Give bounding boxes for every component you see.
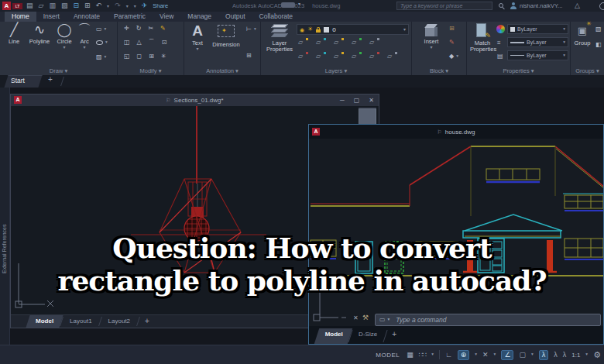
ribbon-display-toggle-button[interactable] <box>281 2 295 8</box>
maximize-icon[interactable]: ▢ <box>354 98 360 104</box>
plot-icon[interactable]: ⊟ <box>73 2 79 9</box>
scrollbar-thumb[interactable] <box>359 108 376 125</box>
layer-tool-icon[interactable]: ▱ <box>369 53 379 60</box>
undo-icon[interactable]: ↶ <box>96 2 102 9</box>
start-tab-label[interactable]: Start <box>11 77 25 84</box>
object-color-dropdown[interactable]: ByLayer ▾ <box>507 24 568 34</box>
mirror-icon[interactable]: △ <box>137 39 142 46</box>
block-attribute-icon[interactable]: ◆ <box>449 53 454 60</box>
color-wheel-icon[interactable] <box>496 25 505 33</box>
house-drawing-canvas[interactable]: Y <box>309 139 603 325</box>
command-close-icon[interactable]: ✕ <box>353 315 359 321</box>
explode-icon[interactable]: ✳ <box>161 53 166 60</box>
sections-tab-layout1[interactable]: Layout1 <box>62 315 99 328</box>
undo-dropdown-icon[interactable]: ▾ <box>107 4 109 9</box>
open-file-icon[interactable]: ▱ <box>39 2 44 9</box>
layer-tool-icon[interactable]: ▱ <box>334 39 344 46</box>
layer-tool-icon[interactable]: ▱ <box>369 39 379 46</box>
search-icon[interactable] <box>499 3 503 8</box>
save-as-icon[interactable]: ▨ <box>61 2 68 9</box>
autodesk-account-icon[interactable]: △ <box>575 0 580 12</box>
sections-tab-model[interactable]: Model <box>26 315 63 328</box>
arc-dropdown-icon[interactable]: ▾ <box>76 45 93 50</box>
annotation-visibility-icon[interactable]: λ <box>539 350 549 360</box>
house-window-titlebar[interactable]: A ⚐ house.dwg <box>309 125 603 139</box>
annotation-scale-icon[interactable]: λ <box>563 352 567 359</box>
snap-dropdown-icon[interactable]: ▾ <box>431 352 434 357</box>
text-button[interactable]: A Text ▾ <box>189 23 206 51</box>
polyline-button[interactable]: ∿ Polyline <box>26 23 53 45</box>
command-customize-icon[interactable]: ⚒ <box>362 314 369 321</box>
block-panel-label[interactable]: Block ▾ <box>412 67 466 74</box>
layer-tool-icon[interactable]: ▱ <box>334 53 344 60</box>
close-icon[interactable]: ✕ <box>369 98 374 104</box>
lineweight-icon[interactable]: ≡ <box>497 40 501 46</box>
user-avatar-icon[interactable] <box>510 2 516 9</box>
insert-dropdown-icon[interactable]: ▾ <box>420 45 443 50</box>
scale-dropdown-icon[interactable]: ▾ <box>585 352 588 357</box>
save-icon[interactable]: ▥ <box>49 2 56 9</box>
search-input[interactable]: Type a keyword or phrase <box>396 2 492 10</box>
sections-tab-layout2[interactable]: Layout2 <box>101 315 138 328</box>
new-file-icon[interactable]: ▤ <box>26 2 33 9</box>
text-dropdown-icon[interactable]: ▾ <box>189 46 206 51</box>
layers-panel-label[interactable]: Layers ▾ <box>261 67 411 74</box>
group-button[interactable]: ▣ ✳ Group <box>572 23 592 46</box>
rotate-icon[interactable]: ↻ <box>136 26 142 32</box>
layer-dropdown[interactable]: ◉ ☀ 0 ▾ <box>297 24 409 35</box>
object-snap-tracking-icon[interactable]: ∠ <box>501 350 513 360</box>
isometric-drafting-icon[interactable]: ✕ <box>482 352 489 359</box>
external-references-palette-tab[interactable]: External References <box>2 157 9 273</box>
layer-tool-icon[interactable]: ▱ <box>316 39 326 46</box>
house-tab-dsize[interactable]: D-Size <box>351 328 385 344</box>
polar-tracking-icon[interactable]: ⊕ <box>458 350 470 360</box>
model-space-button[interactable]: MODEL <box>376 352 400 359</box>
palette-strip[interactable]: External References <box>0 88 10 346</box>
ellipse-button[interactable]: ▾ <box>96 40 108 45</box>
transparency-icon[interactable]: ▤ <box>497 53 503 60</box>
offset-icon[interactable]: ⊡ <box>162 39 167 46</box>
stretch-icon[interactable]: ◱ <box>124 53 130 60</box>
command-recent-icon[interactable]: ▭ <box>379 317 386 323</box>
circle-dropdown-icon[interactable]: ▾ <box>54 45 74 50</box>
ungroup-icon[interactable]: ▧ <box>595 26 602 33</box>
leader-icon[interactable]: ⊢ <box>246 26 252 33</box>
isometric-dropdown-icon[interactable]: ▾ <box>494 352 496 357</box>
qat-customize-icon[interactable]: ▾ <box>134 4 136 9</box>
dimension-button[interactable]: ✦ Dimension <box>209 23 243 48</box>
tab-view[interactable]: View <box>153 12 180 22</box>
layer-tool-icon[interactable]: ▱ <box>352 53 362 60</box>
annotation-panel-label[interactable]: Annotation ▾ <box>184 67 260 74</box>
new-drawing-tab-button[interactable]: + <box>48 76 53 84</box>
array-icon[interactable]: ⊞ <box>149 53 154 60</box>
snap-mode-icon[interactable]: ∷∷ <box>419 352 426 359</box>
layer-properties-button[interactable]: Layer Properties <box>266 23 293 53</box>
linetype-dropdown[interactable]: ByLayer ▾ <box>507 50 568 60</box>
tab-insert[interactable]: Insert <box>36 12 67 22</box>
line-button[interactable]: ╱ Line <box>3 23 25 45</box>
draw-panel-label[interactable]: Draw ▾ <box>0 67 117 74</box>
trim-icon[interactable]: ✂ <box>148 26 153 32</box>
properties-panel-label[interactable]: Properties ▾ <box>467 67 570 74</box>
match-properties-button[interactable]: ✎ Match Properties <box>470 23 495 53</box>
fillet-icon[interactable]: ⌒ <box>149 39 155 46</box>
sections-window-titlebar[interactable]: A ⚐ Sections_01.dwg* ─ ▢ ✕ <box>11 94 379 106</box>
share-label[interactable]: Share <box>153 2 168 9</box>
modify-panel-label[interactable]: Modify ▾ <box>118 67 184 74</box>
grid-display-icon[interactable]: ▦ <box>407 352 414 359</box>
groups-panel-label[interactable]: Groups ▾ <box>571 67 604 74</box>
house-tab-model[interactable]: Model <box>314 328 353 344</box>
polar-dropdown-icon[interactable]: ▾ <box>475 352 477 357</box>
share-icon[interactable]: ✈ <box>142 2 148 9</box>
block-create-icon[interactable]: ⊞ <box>449 26 455 32</box>
block-edit-icon[interactable]: ✎ <box>449 39 455 46</box>
hatch-button[interactable]: ▨ ▾ <box>96 54 106 60</box>
minimize-icon[interactable]: ─ <box>340 98 345 104</box>
scale-icon[interactable]: ◻ <box>137 53 142 60</box>
tab-parametric[interactable]: Parametric <box>107 12 153 22</box>
tab-collaborate[interactable]: Collaborate <box>252 12 300 22</box>
annotation-autoscale-icon[interactable]: λ <box>554 352 558 359</box>
new-layout-button[interactable]: + <box>386 328 403 344</box>
customization-gear-icon[interactable]: ⚙ <box>593 351 601 359</box>
ortho-mode-icon[interactable]: ∟ <box>445 352 452 359</box>
